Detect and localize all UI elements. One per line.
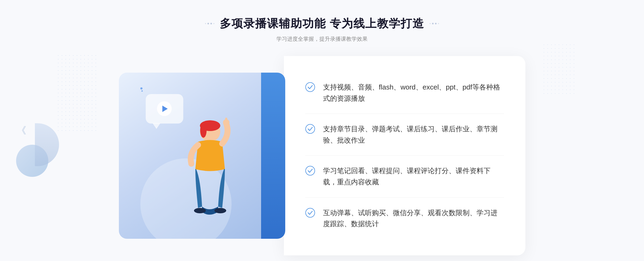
left-nav-arrows[interactable]: 《: [17, 124, 26, 137]
feature-item-2: 支持章节目录、弹题考试、课后练习、课后作业、章节测验、批改作业: [305, 114, 504, 156]
check-icon-4: [305, 208, 315, 218]
check-icon-1: [305, 82, 315, 92]
page-subtitle: 学习进度全掌握，提升录播课教学效果: [205, 35, 439, 43]
svg-point-7: [306, 83, 315, 92]
decorator-left: [205, 23, 214, 24]
feature-text-3: 学习笔记回看、课程提问、课程评论打分、课件资料下载，重点内容收藏: [323, 165, 504, 188]
svg-point-4: [214, 208, 226, 213]
decorator-right: [430, 23, 439, 24]
feature-text-2: 支持章节目录、弹题考试、课后练习、课后作业、章节测验、批改作业: [323, 124, 504, 146]
blue-accent-bar: [261, 73, 285, 239]
header-decorators: 多项录播课辅助功能 专为线上教学打造: [205, 16, 439, 31]
svg-point-3: [194, 208, 206, 213]
chevron-left-icon: 《: [17, 124, 26, 137]
features-panel: 支持视频、音频、flash、word、excel、ppt、pdf等各种格式的资源…: [284, 56, 525, 255]
check-icon-3: [305, 166, 315, 176]
person-illustration: [156, 110, 232, 239]
bg-dots-left: [56, 54, 99, 134]
feature-item-3: 学习笔记回看、课程提问、课程评论打分、课件资料下载，重点内容收藏: [305, 156, 504, 197]
bg-dots-right: [542, 43, 574, 96]
feature-item-4: 互动弹幕、试听购买、微信分享、观看次数限制、学习进度跟踪、数据统计: [305, 198, 504, 239]
check-icon-2: [305, 124, 315, 134]
svg-point-2: [200, 123, 207, 138]
sparkle-decoration: [140, 87, 143, 92]
bg-semicircle-left: [35, 123, 59, 166]
svg-point-10: [306, 208, 315, 217]
feature-text-4: 互动弹幕、试听购买、微信分享、观看次数限制、学习进度跟踪、数据统计: [323, 207, 504, 230]
svg-point-9: [306, 166, 315, 175]
main-content: 支持视频、音频、flash、word、excel、ppt、pdf等各种格式的资源…: [107, 56, 537, 255]
page-container: 《 多项录播课辅助功能 专为线上教学打造 学习进度全掌握，提升录播课教学效果: [0, 0, 644, 261]
feature-item-1: 支持视频、音频、flash、word、excel、ppt、pdf等各种格式的资源…: [305, 72, 504, 114]
svg-rect-6: [225, 118, 227, 124]
page-title: 多项录播课辅助功能 专为线上教学打造: [220, 16, 424, 31]
illustration-card: [119, 73, 285, 239]
header-section: 多项录播课辅助功能 专为线上教学打造 学习进度全掌握，提升录播课教学效果: [205, 0, 439, 43]
svg-point-8: [306, 124, 315, 133]
feature-text-1: 支持视频、音频、flash、word、excel、ppt、pdf等各种格式的资源…: [323, 82, 504, 104]
